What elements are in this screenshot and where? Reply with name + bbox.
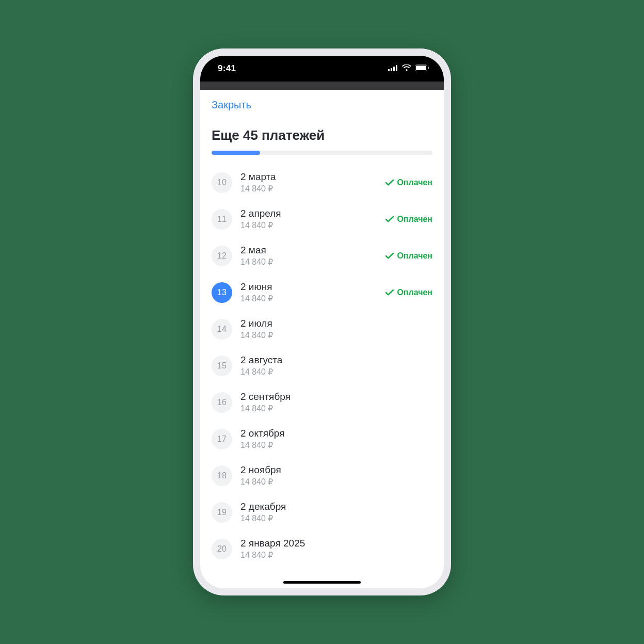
payment-info: 2 марта 14 840 ₽ [240, 171, 377, 194]
payment-date: 2 декабря [240, 501, 432, 512]
payment-index-badge: 13 [212, 282, 232, 303]
nav-row: Закрыть [212, 90, 432, 117]
payment-info: 2 октября 14 840 ₽ [240, 428, 432, 450]
payment-row[interactable]: 17 2 октября 14 840 ₽ Оплачен [212, 421, 432, 457]
payment-row[interactable]: 14 2 июля 14 840 ₽ Оплачен [212, 311, 432, 347]
payment-amount: 14 840 ₽ [240, 220, 377, 230]
payment-status-label: Оплачен [397, 215, 432, 224]
svg-rect-3 [396, 65, 397, 71]
payment-row[interactable]: 13 2 июня 14 840 ₽ Оплачен [212, 274, 432, 311]
payment-date: 2 июня [240, 281, 377, 293]
payment-info: 2 августа 14 840 ₽ [240, 355, 432, 377]
payment-row[interactable]: 10 2 марта 14 840 ₽ Оплачен [212, 164, 432, 201]
status-time: 9:41 [218, 63, 236, 74]
payment-date: 2 апреля [240, 208, 377, 219]
check-icon [385, 180, 394, 186]
payment-info: 2 июля 14 840 ₽ [240, 318, 432, 340]
sheet-backdrop [200, 82, 444, 90]
payment-index-badge: 11 [212, 209, 232, 230]
cellular-icon [388, 64, 398, 73]
status-icons [388, 64, 429, 73]
payment-index-badge: 12 [212, 246, 232, 266]
payment-row[interactable]: 15 2 августа 14 840 ₽ Оплачен [212, 347, 432, 384]
payment-status-label: Оплачен [397, 178, 432, 187]
payment-date: 2 сентября [240, 391, 432, 403]
payment-index-badge: 15 [212, 356, 232, 376]
phone-screen: 9:41 Закрыть Еще 45 платежей [200, 56, 444, 588]
payment-amount: 14 840 ₽ [240, 477, 432, 487]
payment-date: 2 августа [240, 355, 432, 366]
payment-row[interactable]: 12 2 мая 14 840 ₽ Оплачен [212, 237, 432, 274]
check-icon [385, 253, 394, 259]
payment-amount: 14 840 ₽ [240, 367, 432, 377]
payment-status: Оплачен [385, 288, 432, 297]
payment-info: 2 апреля 14 840 ₽ [240, 208, 377, 230]
phone-frame: 9:41 Закрыть Еще 45 платежей [193, 49, 451, 595]
payment-status-label: Оплачен [397, 288, 432, 297]
payment-row[interactable]: 18 2 ноября 14 840 ₽ Оплачен [212, 457, 432, 494]
svg-rect-0 [388, 69, 390, 71]
svg-rect-5 [416, 66, 426, 70]
payment-date: 2 января 2025 [240, 538, 432, 549]
payment-amount: 14 840 ₽ [240, 513, 432, 523]
payment-index-badge: 10 [212, 172, 232, 193]
wifi-icon [402, 64, 411, 73]
payment-row[interactable]: 20 2 января 2025 14 840 ₽ Оплачен [212, 530, 432, 567]
payment-amount: 14 840 ₽ [240, 550, 432, 560]
sheet-content: Закрыть Еще 45 платежей 10 2 марта 14 84… [200, 90, 444, 588]
payment-index-badge: 19 [212, 502, 232, 523]
payment-info: 2 июня 14 840 ₽ [240, 281, 377, 303]
payment-info: 2 сентября 14 840 ₽ [240, 391, 432, 413]
payment-date: 2 июля [240, 318, 432, 329]
check-icon [385, 289, 394, 296]
payment-amount: 14 840 ₽ [240, 330, 432, 340]
payment-index-badge: 18 [212, 465, 232, 486]
svg-rect-1 [391, 68, 392, 71]
payment-amount: 14 840 ₽ [240, 440, 432, 450]
payment-info: 2 января 2025 14 840 ₽ [240, 538, 432, 560]
battery-icon [415, 64, 429, 73]
close-button[interactable]: Закрыть [212, 99, 251, 111]
payment-amount: 14 840 ₽ [240, 294, 377, 303]
progress-fill [212, 151, 260, 155]
payment-row[interactable]: 16 2 сентября 14 840 ₽ Оплачен [212, 384, 432, 421]
payment-status: Оплачен [385, 215, 432, 224]
status-bar: 9:41 [200, 56, 444, 82]
payment-status: Оплачен [385, 178, 432, 187]
payment-info: 2 мая 14 840 ₽ [240, 245, 377, 267]
payment-row[interactable]: 11 2 апреля 14 840 ₽ Оплачен [212, 201, 432, 237]
payment-amount: 14 840 ₽ [240, 404, 432, 413]
payment-status-label: Оплачен [397, 251, 432, 261]
payment-amount: 14 840 ₽ [240, 184, 377, 194]
payment-date: 2 марта [240, 171, 377, 183]
payment-date: 2 октября [240, 428, 432, 439]
svg-rect-6 [428, 67, 429, 69]
payment-amount: 14 840 ₽ [240, 257, 377, 267]
payment-info: 2 ноября 14 840 ₽ [240, 464, 432, 487]
bottom-fade [200, 568, 444, 588]
page-title: Еще 45 платежей [212, 127, 432, 143]
progress-bar [212, 151, 432, 155]
payment-info: 2 декабря 14 840 ₽ [240, 501, 432, 523]
payment-index-badge: 14 [212, 319, 232, 340]
payment-row[interactable]: 19 2 декабря 14 840 ₽ Оплачен [212, 494, 432, 530]
home-indicator[interactable] [283, 581, 361, 584]
payment-list[interactable]: 10 2 марта 14 840 ₽ Оплачен 11 2 апреля … [212, 164, 432, 567]
payment-status: Оплачен [385, 251, 432, 261]
svg-rect-2 [393, 67, 395, 71]
payment-index-badge: 16 [212, 392, 232, 413]
payment-index-badge: 17 [212, 429, 232, 449]
payment-index-badge: 20 [212, 539, 232, 559]
check-icon [385, 216, 394, 222]
phone-notch [268, 56, 376, 73]
payment-date: 2 мая [240, 245, 377, 256]
payment-date: 2 ноября [240, 464, 432, 476]
